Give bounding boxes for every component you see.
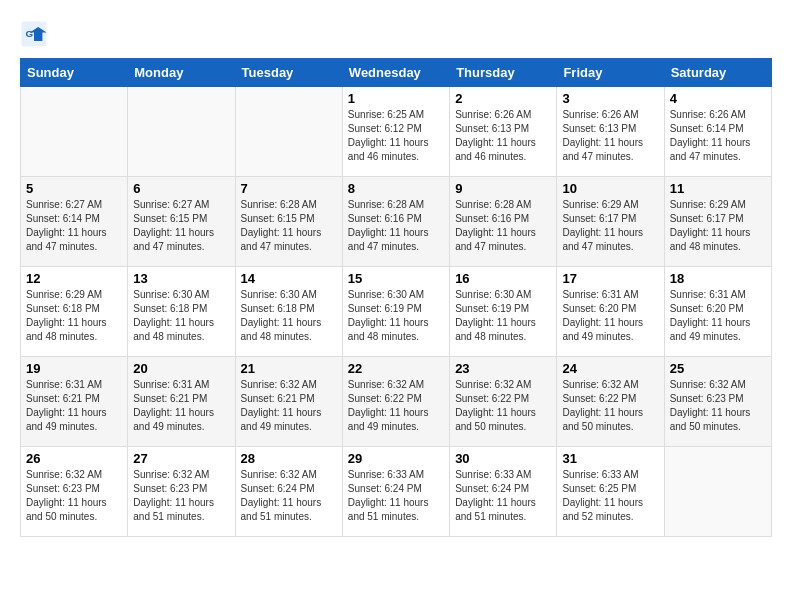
day-number: 11 (670, 181, 766, 196)
day-cell: 7Sunrise: 6:28 AM Sunset: 6:15 PM Daylig… (235, 177, 342, 267)
week-row-1: 1Sunrise: 6:25 AM Sunset: 6:12 PM Daylig… (21, 87, 772, 177)
day-info: Sunrise: 6:30 AM Sunset: 6:19 PM Dayligh… (455, 288, 551, 344)
calendar-body: 1Sunrise: 6:25 AM Sunset: 6:12 PM Daylig… (21, 87, 772, 537)
header-day-tuesday: Tuesday (235, 59, 342, 87)
day-number: 5 (26, 181, 122, 196)
day-cell: 30Sunrise: 6:33 AM Sunset: 6:24 PM Dayli… (450, 447, 557, 537)
day-cell: 4Sunrise: 6:26 AM Sunset: 6:14 PM Daylig… (664, 87, 771, 177)
day-number: 19 (26, 361, 122, 376)
day-info: Sunrise: 6:29 AM Sunset: 6:18 PM Dayligh… (26, 288, 122, 344)
day-cell: 18Sunrise: 6:31 AM Sunset: 6:20 PM Dayli… (664, 267, 771, 357)
day-cell: 1Sunrise: 6:25 AM Sunset: 6:12 PM Daylig… (342, 87, 449, 177)
day-cell: 13Sunrise: 6:30 AM Sunset: 6:18 PM Dayli… (128, 267, 235, 357)
header-day-sunday: Sunday (21, 59, 128, 87)
day-cell: 14Sunrise: 6:30 AM Sunset: 6:18 PM Dayli… (235, 267, 342, 357)
day-number: 31 (562, 451, 658, 466)
day-number: 25 (670, 361, 766, 376)
day-cell: 19Sunrise: 6:31 AM Sunset: 6:21 PM Dayli… (21, 357, 128, 447)
day-cell: 23Sunrise: 6:32 AM Sunset: 6:22 PM Dayli… (450, 357, 557, 447)
day-info: Sunrise: 6:28 AM Sunset: 6:16 PM Dayligh… (455, 198, 551, 254)
day-number: 10 (562, 181, 658, 196)
day-info: Sunrise: 6:30 AM Sunset: 6:19 PM Dayligh… (348, 288, 444, 344)
day-number: 24 (562, 361, 658, 376)
day-number: 20 (133, 361, 229, 376)
day-number: 13 (133, 271, 229, 286)
week-row-2: 5Sunrise: 6:27 AM Sunset: 6:14 PM Daylig… (21, 177, 772, 267)
day-info: Sunrise: 6:31 AM Sunset: 6:21 PM Dayligh… (133, 378, 229, 434)
header-day-friday: Friday (557, 59, 664, 87)
day-info: Sunrise: 6:32 AM Sunset: 6:21 PM Dayligh… (241, 378, 337, 434)
day-cell: 17Sunrise: 6:31 AM Sunset: 6:20 PM Dayli… (557, 267, 664, 357)
day-cell: 3Sunrise: 6:26 AM Sunset: 6:13 PM Daylig… (557, 87, 664, 177)
day-number: 26 (26, 451, 122, 466)
day-info: Sunrise: 6:28 AM Sunset: 6:16 PM Dayligh… (348, 198, 444, 254)
day-cell: 12Sunrise: 6:29 AM Sunset: 6:18 PM Dayli… (21, 267, 128, 357)
day-cell (664, 447, 771, 537)
day-number: 1 (348, 91, 444, 106)
day-cell: 25Sunrise: 6:32 AM Sunset: 6:23 PM Dayli… (664, 357, 771, 447)
day-info: Sunrise: 6:31 AM Sunset: 6:20 PM Dayligh… (670, 288, 766, 344)
day-cell: 10Sunrise: 6:29 AM Sunset: 6:17 PM Dayli… (557, 177, 664, 267)
calendar-table: SundayMondayTuesdayWednesdayThursdayFrid… (20, 58, 772, 537)
day-info: Sunrise: 6:26 AM Sunset: 6:13 PM Dayligh… (562, 108, 658, 164)
day-number: 28 (241, 451, 337, 466)
page-header: G (20, 20, 772, 48)
day-cell (128, 87, 235, 177)
day-info: Sunrise: 6:29 AM Sunset: 6:17 PM Dayligh… (562, 198, 658, 254)
day-number: 15 (348, 271, 444, 286)
day-info: Sunrise: 6:32 AM Sunset: 6:24 PM Dayligh… (241, 468, 337, 524)
day-number: 27 (133, 451, 229, 466)
day-info: Sunrise: 6:33 AM Sunset: 6:24 PM Dayligh… (348, 468, 444, 524)
day-number: 29 (348, 451, 444, 466)
day-cell: 2Sunrise: 6:26 AM Sunset: 6:13 PM Daylig… (450, 87, 557, 177)
header-day-saturday: Saturday (664, 59, 771, 87)
day-cell: 5Sunrise: 6:27 AM Sunset: 6:14 PM Daylig… (21, 177, 128, 267)
day-number: 8 (348, 181, 444, 196)
day-cell: 8Sunrise: 6:28 AM Sunset: 6:16 PM Daylig… (342, 177, 449, 267)
day-info: Sunrise: 6:31 AM Sunset: 6:20 PM Dayligh… (562, 288, 658, 344)
day-number: 23 (455, 361, 551, 376)
day-info: Sunrise: 6:32 AM Sunset: 6:23 PM Dayligh… (670, 378, 766, 434)
svg-text:G: G (26, 28, 34, 39)
day-cell: 31Sunrise: 6:33 AM Sunset: 6:25 PM Dayli… (557, 447, 664, 537)
day-cell: 22Sunrise: 6:32 AM Sunset: 6:22 PM Dayli… (342, 357, 449, 447)
day-cell (235, 87, 342, 177)
week-row-4: 19Sunrise: 6:31 AM Sunset: 6:21 PM Dayli… (21, 357, 772, 447)
day-info: Sunrise: 6:30 AM Sunset: 6:18 PM Dayligh… (133, 288, 229, 344)
day-number: 6 (133, 181, 229, 196)
day-info: Sunrise: 6:33 AM Sunset: 6:24 PM Dayligh… (455, 468, 551, 524)
day-info: Sunrise: 6:32 AM Sunset: 6:22 PM Dayligh… (455, 378, 551, 434)
day-cell: 15Sunrise: 6:30 AM Sunset: 6:19 PM Dayli… (342, 267, 449, 357)
day-number: 9 (455, 181, 551, 196)
day-number: 17 (562, 271, 658, 286)
day-info: Sunrise: 6:31 AM Sunset: 6:21 PM Dayligh… (26, 378, 122, 434)
day-info: Sunrise: 6:26 AM Sunset: 6:14 PM Dayligh… (670, 108, 766, 164)
day-number: 18 (670, 271, 766, 286)
logo-icon: G (20, 20, 48, 48)
day-number: 21 (241, 361, 337, 376)
day-cell: 9Sunrise: 6:28 AM Sunset: 6:16 PM Daylig… (450, 177, 557, 267)
day-cell: 24Sunrise: 6:32 AM Sunset: 6:22 PM Dayli… (557, 357, 664, 447)
header-day-monday: Monday (128, 59, 235, 87)
day-cell (21, 87, 128, 177)
logo: G (20, 20, 50, 48)
day-info: Sunrise: 6:29 AM Sunset: 6:17 PM Dayligh… (670, 198, 766, 254)
week-row-3: 12Sunrise: 6:29 AM Sunset: 6:18 PM Dayli… (21, 267, 772, 357)
week-row-5: 26Sunrise: 6:32 AM Sunset: 6:23 PM Dayli… (21, 447, 772, 537)
day-info: Sunrise: 6:32 AM Sunset: 6:23 PM Dayligh… (26, 468, 122, 524)
day-info: Sunrise: 6:32 AM Sunset: 6:22 PM Dayligh… (562, 378, 658, 434)
day-info: Sunrise: 6:30 AM Sunset: 6:18 PM Dayligh… (241, 288, 337, 344)
header-day-wednesday: Wednesday (342, 59, 449, 87)
day-info: Sunrise: 6:25 AM Sunset: 6:12 PM Dayligh… (348, 108, 444, 164)
day-cell: 26Sunrise: 6:32 AM Sunset: 6:23 PM Dayli… (21, 447, 128, 537)
day-cell: 27Sunrise: 6:32 AM Sunset: 6:23 PM Dayli… (128, 447, 235, 537)
calendar-header: SundayMondayTuesdayWednesdayThursdayFrid… (21, 59, 772, 87)
day-cell: 28Sunrise: 6:32 AM Sunset: 6:24 PM Dayli… (235, 447, 342, 537)
day-number: 7 (241, 181, 337, 196)
day-cell: 29Sunrise: 6:33 AM Sunset: 6:24 PM Dayli… (342, 447, 449, 537)
day-info: Sunrise: 6:27 AM Sunset: 6:14 PM Dayligh… (26, 198, 122, 254)
day-info: Sunrise: 6:27 AM Sunset: 6:15 PM Dayligh… (133, 198, 229, 254)
day-number: 4 (670, 91, 766, 106)
day-number: 16 (455, 271, 551, 286)
day-number: 30 (455, 451, 551, 466)
